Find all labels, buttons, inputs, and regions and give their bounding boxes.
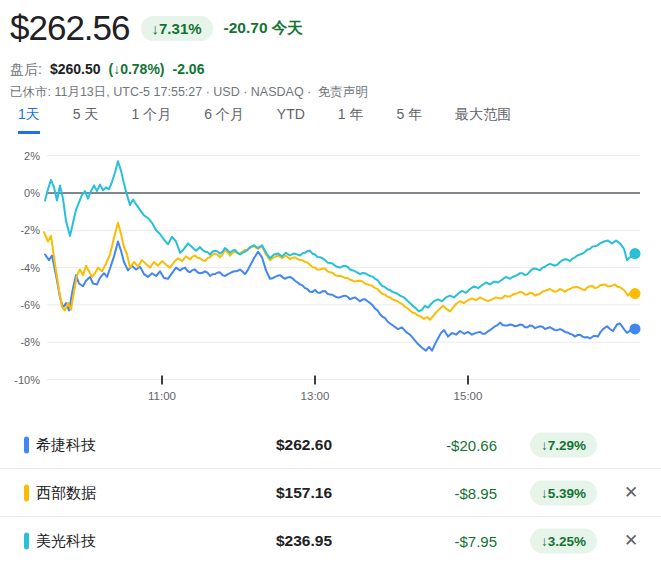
after-hours-label: 盘后: <box>10 61 42 79</box>
price-comparison-chart[interactable]: 2%0%-2%-4%-6%-8%-10%11:0013:0015:00 <box>0 140 661 412</box>
quote-row-seagate[interactable]: 希捷科技 $262.60 -$20.66 ↓7.29% <box>0 421 661 469</box>
percent-change-badge: ↓7.31% <box>141 16 213 41</box>
price-change-today: -20.70 今天 <box>224 18 303 39</box>
tab-6month[interactable]: 6 个月 <box>204 106 244 134</box>
market-status-row: 已休市: 11月13日, UTC-5 17:55:27 · USD · NASD… <box>10 84 368 101</box>
tab-max-range[interactable]: 最大范围 <box>455 106 511 134</box>
close-icon[interactable]: ✕ <box>616 478 646 508</box>
tab-1day[interactable]: 1天 <box>18 106 40 134</box>
stock-percent-badge: ↓7.29% <box>530 432 597 457</box>
tab-5year[interactable]: 5 年 <box>397 106 423 134</box>
stock-price: $262.60 <box>276 436 332 454</box>
svg-text:-4%: -4% <box>20 262 40 274</box>
quote-row-western-digital[interactable]: 西部数据 $157.16 -$8.95 ↓5.39% ✕ <box>0 469 661 517</box>
stock-price: $236.95 <box>276 532 332 550</box>
svg-text:0%: 0% <box>24 187 40 199</box>
svg-text:-10%: -10% <box>14 374 40 386</box>
stock-name: 西部数据 <box>36 483 96 502</box>
time-range-tabs: 1天 5 天 1 个月 6 个月 YTD 1 年 5 年 最大范围 <box>18 106 511 134</box>
after-hours-price: $260.50 <box>50 61 101 77</box>
stock-percent-badge: ↓3.25% <box>530 528 597 553</box>
tab-ytd[interactable]: YTD <box>277 106 305 134</box>
svg-text:13:00: 13:00 <box>301 390 330 402</box>
after-hours-change: -2.06 <box>173 61 205 77</box>
price-header: $262.56 ↓7.31% -20.70 今天 <box>10 6 303 50</box>
current-price: $262.56 <box>10 6 130 50</box>
series-color-marker <box>24 532 29 549</box>
google-finance-quote-page: $262.56 ↓7.31% -20.70 今天 盘后: $260.50 (↓0… <box>0 0 661 562</box>
svg-text:-2%: -2% <box>20 224 40 236</box>
tab-5day[interactable]: 5 天 <box>73 106 99 134</box>
tab-1month[interactable]: 1 个月 <box>131 106 171 134</box>
stock-price: $157.16 <box>276 484 332 502</box>
series-color-marker <box>24 484 29 501</box>
market-status-text: 已休市: 11月13日, UTC-5 17:55:27 · USD · NASD… <box>10 85 311 99</box>
comparison-table: 希捷科技 $262.60 -$20.66 ↓7.29% 西部数据 $157.16… <box>0 421 661 562</box>
stock-change: -$20.66 <box>446 436 497 453</box>
quote-row-micron[interactable]: 美光科技 $236.95 -$7.95 ↓3.25% ✕ <box>0 517 661 562</box>
close-icon[interactable]: ✕ <box>616 526 646 556</box>
svg-text:11:00: 11:00 <box>148 390 176 402</box>
svg-text:15:00: 15:00 <box>454 390 483 402</box>
after-hours-percent: (↓0.78%) <box>109 61 165 77</box>
stock-name: 美光科技 <box>36 531 96 550</box>
after-hours-row: 盘后: $260.50 (↓0.78%) -2.06 <box>10 61 204 79</box>
svg-text:2%: 2% <box>24 150 40 162</box>
tab-1year[interactable]: 1 年 <box>338 106 364 134</box>
series-color-marker <box>24 436 29 453</box>
svg-text:-8%: -8% <box>20 336 40 348</box>
stock-change: -$7.95 <box>454 532 497 549</box>
stock-percent-badge: ↓5.39% <box>530 480 597 505</box>
stock-change: -$8.95 <box>454 484 497 501</box>
stock-name: 希捷科技 <box>36 435 96 454</box>
disclaimer-link[interactable]: 免责声明 <box>318 85 368 99</box>
svg-text:-6%: -6% <box>20 299 40 311</box>
